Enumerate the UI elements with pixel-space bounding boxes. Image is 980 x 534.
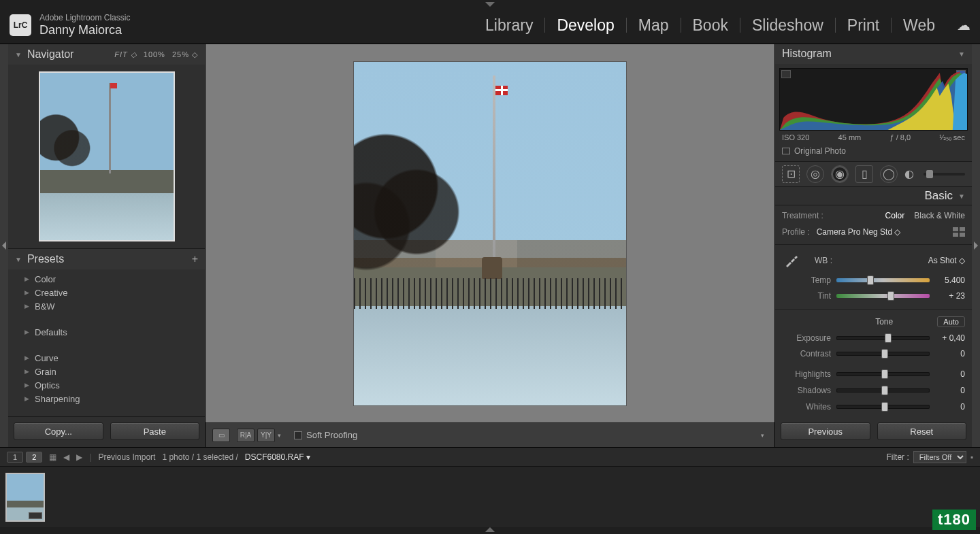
second-window-button[interactable]: 2 (26, 452, 42, 463)
preset-group-curve[interactable]: ▶Curve (8, 351, 205, 365)
filter-label: Filter : (886, 452, 909, 462)
navigator-header[interactable]: ▼ Navigator FIT ◇ 100% 25% ◇ (8, 44, 205, 65)
add-preset-button[interactable]: + (192, 253, 198, 265)
tint-slider[interactable] (836, 294, 930, 298)
center-toolbar: ▭ R|A Y|Y ▾ Soft Proofing ▾ (206, 422, 774, 447)
histogram-graph[interactable] (779, 68, 968, 131)
highlights-slider[interactable] (836, 372, 930, 376)
left-button-row: Copy... Paste (8, 417, 205, 447)
tint-label: Tint (782, 291, 831, 301)
top-panel-toggle[interactable] (0, 0, 980, 7)
left-panel-toggle[interactable] (0, 44, 8, 447)
chevron-down-icon: ▼ (15, 256, 22, 263)
crop-tool[interactable]: ⊡ (782, 165, 800, 183)
filename-label[interactable]: DSCF6080.RAF ▾ (245, 452, 310, 462)
cloud-sync-icon[interactable]: ☁ (957, 17, 970, 33)
original-photo-toggle[interactable]: Original Photo (779, 142, 968, 158)
module-library[interactable]: Library (476, 12, 542, 39)
filter-dropdown[interactable]: Filters Off (913, 451, 966, 463)
highlights-value[interactable]: 0 (935, 369, 965, 379)
preset-group-color[interactable]: ▶Color (8, 272, 205, 286)
before-after-tb-button[interactable]: Y|Y (257, 429, 275, 442)
module-slideshow[interactable]: Slideshow (742, 12, 833, 39)
loupe-view-button[interactable]: ▭ (212, 429, 230, 442)
temp-label: Temp (782, 276, 831, 285)
radial-filter-tool[interactable]: ◯ (880, 165, 898, 183)
soft-proofing-checkbox[interactable]: Soft Proofing (294, 430, 357, 440)
profile-dropdown[interactable]: Camera Pro Neg Std ◇ (817, 227, 901, 237)
watermark: t180 (932, 510, 976, 530)
filmstrip-strip[interactable] (0, 467, 980, 527)
navigator-title: Navigator (27, 48, 74, 61)
app-name-label: Adobe Lightroom Classic (39, 14, 130, 23)
profile-browser-icon[interactable] (953, 227, 965, 237)
source-label[interactable]: Previous Import (98, 452, 155, 462)
tool-size-slider[interactable] (924, 173, 965, 176)
tint-value[interactable]: + 23 (935, 291, 965, 301)
presets-header[interactable]: ▼ Presets + (8, 249, 205, 269)
grid-view-icon[interactable]: ▦ (49, 452, 56, 462)
whites-slider[interactable] (836, 405, 930, 409)
filter-lock-icon[interactable]: ▪ (970, 452, 973, 462)
reset-button[interactable]: Reset (877, 422, 967, 440)
treatment-color[interactable]: Color (885, 211, 905, 220)
preset-group-bw[interactable]: ▶B&W (8, 299, 205, 313)
treatment-bw[interactable]: Black & White (914, 211, 965, 220)
temp-slider[interactable] (836, 278, 930, 282)
before-after-dropdown[interactable]: ▾ (278, 429, 284, 442)
main-window-button[interactable]: 1 (7, 452, 23, 463)
right-panel-toggle[interactable] (972, 44, 980, 447)
aperture-value: ƒ / 8,0 (889, 133, 911, 142)
bottom-panel-toggle[interactable] (0, 527, 980, 534)
next-photo-icon[interactable]: ▶ (76, 452, 82, 462)
module-map[interactable]: Map (629, 12, 679, 39)
zoom-fit[interactable]: FIT ◇ (114, 50, 137, 59)
graduated-filter-tool[interactable]: ▯ (855, 165, 873, 183)
whites-label: Whites (782, 402, 831, 412)
whites-value[interactable]: 0 (935, 402, 965, 412)
before-after-lr-button[interactable]: R|A (237, 429, 255, 442)
toolbar-options-dropdown[interactable]: ▾ (761, 429, 768, 442)
contrast-value[interactable]: 0 (935, 349, 965, 358)
wb-label: WB : (815, 256, 832, 265)
exposure-slider[interactable] (836, 336, 930, 340)
preset-group-creative[interactable]: ▶Creative (8, 286, 205, 299)
profile-label: Profile : (782, 227, 810, 237)
filmstrip-thumbnail[interactable] (5, 473, 45, 522)
module-develop[interactable]: Develop (547, 12, 623, 39)
image-canvas[interactable] (206, 44, 774, 422)
temp-value[interactable]: 5.400 (935, 276, 965, 285)
redeye-tool[interactable]: ◉ (831, 165, 849, 183)
module-book[interactable]: Book (683, 12, 738, 39)
copy-button[interactable]: Copy... (14, 422, 103, 440)
zoom-100[interactable]: 100% (144, 50, 165, 59)
wb-eyedropper-tool[interactable] (782, 251, 801, 270)
module-print[interactable]: Print (838, 12, 889, 39)
brush-tool-icon[interactable]: ◐ (904, 169, 914, 179)
module-web[interactable]: Web (894, 12, 945, 39)
histogram-header[interactable]: Histogram ▼ (775, 44, 972, 64)
preset-group-sharpening[interactable]: ▶Sharpening (8, 392, 205, 405)
paste-button[interactable]: Paste (110, 422, 200, 440)
contrast-slider[interactable] (836, 352, 930, 356)
filmstrip: 1 2 ▦ ◀ ▶ | Previous Import 1 photo / 1 … (0, 447, 980, 527)
wb-dropdown[interactable]: As Shot ◇ (928, 256, 965, 265)
basic-panel-header[interactable]: Basic ▼ (775, 187, 972, 205)
identity-block: Adobe Lightroom Classic Danny Maiorca (39, 14, 130, 37)
preset-group-defaults[interactable]: ▶Defaults (8, 325, 205, 339)
filmstrip-header: 1 2 ▦ ◀ ▶ | Previous Import 1 photo / 1 … (0, 448, 980, 467)
navigator-preview[interactable] (8, 65, 205, 248)
exposure-value[interactable]: + 0,40 (935, 333, 965, 343)
chevron-down-icon: ▼ (958, 193, 965, 200)
shadows-value[interactable]: 0 (935, 386, 965, 395)
auto-tone-button[interactable]: Auto (937, 316, 965, 327)
basic-panel: Treatment : Color Black & White Profile … (775, 205, 972, 417)
previous-button[interactable]: Previous (781, 422, 870, 440)
zoom-25[interactable]: 25% ◇ (172, 50, 198, 59)
spot-removal-tool[interactable]: ◎ (806, 165, 824, 183)
preset-group-optics[interactable]: ▶Optics (8, 378, 205, 392)
prev-photo-icon[interactable]: ◀ (63, 452, 69, 462)
shadows-slider[interactable] (836, 388, 930, 393)
preset-group-grain[interactable]: ▶Grain (8, 365, 205, 378)
module-picker: Library Develop Map Book Slideshow Print… (476, 12, 970, 39)
